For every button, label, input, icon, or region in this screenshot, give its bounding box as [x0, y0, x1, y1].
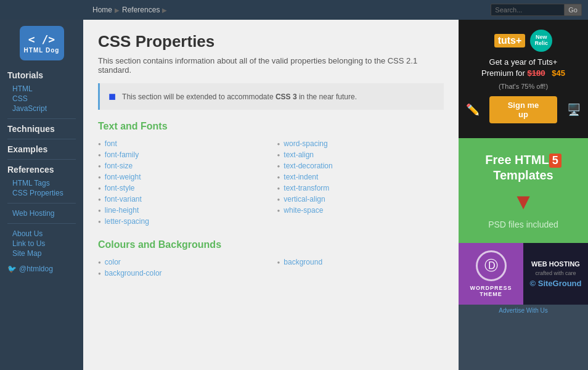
- prop-font-family[interactable]: font-family: [105, 150, 139, 159]
- sidebar-item-about[interactable]: About Us: [7, 229, 76, 239]
- techniques-heading: Techniques: [7, 124, 76, 134]
- intro-text: This section contains information about …: [98, 56, 444, 75]
- prop-font-style[interactable]: font-style: [105, 184, 135, 192]
- breadcrumb: Home ▶ References ▶: [92, 6, 167, 14]
- new-relic-brand: Relic: [535, 41, 549, 47]
- sidebar-item-css-properties[interactable]: CSS Properties: [7, 188, 76, 198]
- sg-brand: © SiteGround: [530, 279, 582, 288]
- sidebar-item-site-map[interactable]: Site Map: [7, 249, 76, 258]
- prop-text-align[interactable]: text-align: [284, 150, 314, 159]
- divider-3: [7, 159, 76, 160]
- sidebar-item-link-to-us[interactable]: Link to Us: [7, 239, 76, 249]
- divider-4: [7, 203, 76, 204]
- list-item: text-indent: [277, 171, 444, 183]
- examples-heading: Examples: [7, 144, 76, 154]
- sg-title: WEB HOSTING: [531, 260, 580, 268]
- new-relic-badge: New Relic: [530, 30, 552, 52]
- prop-background[interactable]: background: [284, 258, 322, 266]
- html5-free: Free HTML: [485, 153, 549, 166]
- logo-icons: < />: [28, 33, 55, 46]
- tuts-offer: Get a year of Tuts+Premium for $180 $45: [466, 57, 581, 79]
- ad-html5: Free HTML5 Templates ▼ PSD files include…: [459, 138, 588, 243]
- right-sidebar: tuts+ New Relic Get a year of Tuts+Premi…: [459, 20, 588, 370]
- list-item: background: [277, 257, 444, 268]
- prop-font[interactable]: font: [105, 139, 117, 148]
- sidebar: < /> HTML Dog Tutorials HTML CSS JavaScr…: [0, 20, 83, 370]
- ad-siteground: WEB HOSTING crafted with care © SiteGrou…: [523, 243, 588, 305]
- css-icon: ■: [108, 89, 116, 104]
- list-item: background-color: [98, 268, 265, 279]
- wp-text: WORDPRESS THEME: [463, 285, 518, 297]
- logo: < /> HTML Dog: [7, 26, 76, 60]
- html5-sub: PSD files included: [488, 220, 558, 229]
- prop-letter-spacing[interactable]: letter-spacing: [105, 217, 149, 226]
- prop-font-variant[interactable]: font-variant: [105, 195, 142, 204]
- sidebar-item-javascript[interactable]: JavaScript: [7, 104, 76, 113]
- divider-1: [7, 118, 76, 119]
- sidebar-item-html-tags[interactable]: HTML Tags: [7, 178, 76, 188]
- sidebar-item-web-hosting[interactable]: Web Hosting: [7, 208, 76, 218]
- divider-2: [7, 139, 76, 139]
- prop-color[interactable]: color: [105, 258, 121, 266]
- twitter-text: @htmldog: [19, 265, 53, 273]
- divider-5: [7, 223, 76, 224]
- breadcrumb-references[interactable]: References: [122, 6, 160, 14]
- prop-text-decoration[interactable]: text-decoration: [284, 162, 332, 170]
- signup-button[interactable]: Sign me up: [489, 96, 557, 123]
- sg-sub: crafted with care: [535, 270, 576, 276]
- prop-white-space[interactable]: white-space: [284, 206, 323, 215]
- prop-line-height[interactable]: line-height: [105, 206, 139, 215]
- html5-badge: 5: [549, 154, 561, 168]
- ad-wordpress: Ⓓ WORDPRESS THEME: [459, 243, 523, 305]
- ad-tuts: tuts+ New Relic Get a year of Tuts+Premi…: [459, 20, 588, 138]
- sidebar-item-html[interactable]: HTML: [7, 84, 76, 94]
- wp-logo-icon: Ⓓ: [476, 250, 507, 281]
- list-item: color: [98, 257, 265, 268]
- tuts-price-old: $180: [527, 68, 545, 78]
- list-item: white-space: [277, 205, 444, 216]
- text-fonts-heading: Text and Fonts: [98, 121, 444, 132]
- colours-list: color background-color background: [98, 257, 444, 279]
- tuts-discount: (That's 75% off!): [466, 83, 581, 90]
- twitter-icon: 🐦: [7, 265, 17, 273]
- colours-heading: Colours and Backgrounds: [98, 239, 444, 250]
- search-input[interactable]: [491, 4, 565, 16]
- logo-text: HTML Dog: [24, 47, 60, 54]
- list-item: font-weight: [98, 171, 265, 183]
- monitor-icon: 🖥️: [567, 103, 581, 117]
- list-item: letter-spacing: [98, 216, 265, 227]
- list-item: text-decoration: [277, 160, 444, 171]
- advertise-link[interactable]: Advertise With Us: [459, 305, 588, 316]
- list-item: font-size: [98, 160, 265, 171]
- ad-row: Ⓓ WORDPRESS THEME WEB HOSTING crafted wi…: [459, 243, 588, 305]
- breadcrumb-home[interactable]: Home: [92, 6, 112, 14]
- topbar: Home ▶ References ▶ Go: [0, 0, 588, 20]
- text-fonts-list: font font-family font-size font-weight f…: [98, 138, 444, 227]
- prop-word-spacing[interactable]: word-spacing: [284, 139, 327, 148]
- css3-notice-text: This section will be extended to accommo…: [122, 92, 357, 101]
- logo-box: < /> HTML Dog: [20, 26, 64, 60]
- prop-font-weight[interactable]: font-weight: [105, 173, 141, 181]
- page-title: CSS Properties: [98, 32, 444, 51]
- prop-text-indent[interactable]: text-indent: [284, 173, 318, 181]
- twitter-handle: 🐦 @htmldog: [7, 265, 76, 273]
- tuts-header: tuts+ New Relic: [466, 30, 581, 52]
- html5-templates: Templates: [493, 168, 553, 182]
- prop-text-transform[interactable]: text-transform: [284, 184, 329, 192]
- prop-font-size[interactable]: font-size: [105, 162, 133, 170]
- html5-heading: Free HTML5 Templates: [485, 152, 561, 183]
- pencil-icon: ✏️: [466, 103, 480, 117]
- search-button[interactable]: Go: [565, 4, 582, 16]
- sidebar-item-css[interactable]: CSS: [7, 94, 76, 104]
- content-area: CSS Properties This section contains inf…: [83, 20, 588, 370]
- list-item: word-spacing: [277, 138, 444, 149]
- prop-background-color[interactable]: background-color: [105, 269, 162, 278]
- css3-notice: ■ This section will be extended to accom…: [98, 83, 444, 110]
- prop-vertical-align[interactable]: vertical-align: [284, 195, 325, 204]
- list-item: vertical-align: [277, 194, 444, 205]
- main-content: CSS Properties This section contains inf…: [83, 20, 459, 370]
- down-arrow-icon: ▼: [512, 189, 534, 215]
- tuts-price-new: $45: [552, 68, 565, 78]
- list-item: text-transform: [277, 183, 444, 194]
- main-layout: < /> HTML Dog Tutorials HTML CSS JavaScr…: [0, 20, 588, 370]
